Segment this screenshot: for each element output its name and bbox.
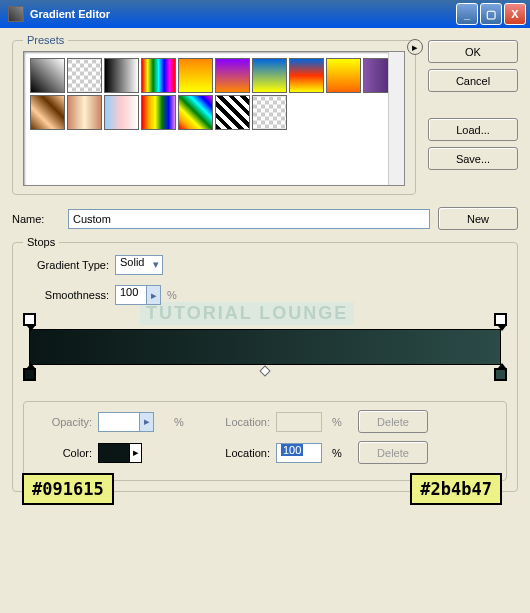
name-label: Name: bbox=[12, 213, 60, 225]
preset-swatch[interactable] bbox=[178, 95, 213, 130]
color-label: Color: bbox=[32, 447, 92, 459]
preset-swatch[interactable] bbox=[141, 95, 176, 130]
preset-swatch[interactable] bbox=[289, 58, 324, 93]
delete-color-stop-button: Delete bbox=[358, 441, 428, 464]
percent-label: % bbox=[332, 416, 352, 428]
preset-swatch[interactable] bbox=[30, 58, 65, 93]
location-label: Location: bbox=[200, 447, 270, 459]
presets-legend: Presets bbox=[23, 34, 68, 46]
location-label: Location: bbox=[200, 416, 270, 428]
stops-legend: Stops bbox=[23, 236, 59, 248]
smoothness-input[interactable]: 100 ▸ bbox=[115, 285, 161, 305]
save-button[interactable]: Save... bbox=[428, 147, 518, 170]
preset-swatch[interactable] bbox=[215, 95, 250, 130]
preset-swatch[interactable] bbox=[252, 95, 287, 130]
ok-button[interactable]: OK bbox=[428, 40, 518, 63]
opacity-stop-left[interactable] bbox=[23, 313, 36, 326]
percent-label: % bbox=[332, 447, 352, 459]
presets-grid bbox=[23, 51, 405, 186]
stops-section: Stops Opacity: ▸ % Location: % Delete Co… bbox=[23, 401, 507, 481]
preset-swatch[interactable] bbox=[178, 58, 213, 93]
preset-swatch[interactable] bbox=[326, 58, 361, 93]
opacity-input: ▸ bbox=[98, 412, 154, 432]
chevron-right-icon: ▸ bbox=[139, 413, 153, 431]
midpoint-icon[interactable] bbox=[259, 365, 270, 376]
chevron-right-icon[interactable]: ▸ bbox=[129, 444, 141, 462]
gradient-type-select[interactable]: Solid bbox=[115, 255, 163, 275]
presets-scrollbar[interactable] bbox=[388, 52, 404, 185]
gradient-bar[interactable] bbox=[29, 329, 501, 365]
preset-swatch[interactable] bbox=[215, 58, 250, 93]
annotation-left: #091615 bbox=[22, 473, 114, 505]
annotation-right: #2b4b47 bbox=[410, 473, 502, 505]
load-button[interactable]: Load... bbox=[428, 118, 518, 141]
titlebar: Gradient Editor _ ▢ X bbox=[0, 0, 530, 28]
color-stop-right[interactable] bbox=[494, 368, 507, 381]
color-stop-left[interactable] bbox=[23, 368, 36, 381]
delete-opacity-stop-button: Delete bbox=[358, 410, 428, 433]
smoothness-label: Smoothness: bbox=[23, 289, 109, 301]
color-swatch[interactable]: ▸ bbox=[98, 443, 142, 463]
preset-swatch[interactable] bbox=[67, 95, 102, 130]
percent-label: % bbox=[167, 289, 177, 301]
preset-swatch[interactable] bbox=[30, 95, 65, 130]
chevron-right-icon[interactable]: ▸ bbox=[146, 286, 160, 304]
presets-menu-icon[interactable]: ▸ bbox=[407, 39, 423, 55]
name-input[interactable] bbox=[68, 209, 430, 229]
opacity-stop-right[interactable] bbox=[494, 313, 507, 326]
opacity-location-input bbox=[276, 412, 322, 432]
preset-swatch[interactable] bbox=[252, 58, 287, 93]
preset-swatch[interactable] bbox=[104, 58, 139, 93]
preset-swatch[interactable] bbox=[67, 58, 102, 93]
new-button[interactable]: New bbox=[438, 207, 518, 230]
minimize-button[interactable]: _ bbox=[456, 3, 478, 25]
window-title: Gradient Editor bbox=[30, 8, 454, 20]
close-button[interactable]: X bbox=[504, 3, 526, 25]
preset-swatch[interactable] bbox=[141, 58, 176, 93]
color-location-input[interactable]: 100 bbox=[276, 443, 322, 463]
opacity-label: Opacity: bbox=[32, 416, 92, 428]
gradient-type-label: Gradient Type: bbox=[23, 259, 109, 271]
cancel-button[interactable]: Cancel bbox=[428, 69, 518, 92]
maximize-button[interactable]: ▢ bbox=[480, 3, 502, 25]
dialog-body: Presets ▸ bbox=[0, 28, 530, 613]
percent-label: % bbox=[174, 416, 194, 428]
app-icon bbox=[8, 6, 24, 22]
presets-fieldset: Presets ▸ bbox=[12, 40, 416, 195]
preset-swatch[interactable] bbox=[104, 95, 139, 130]
gradient-fieldset: Gradient Type: Solid Smoothness: 100 ▸ %… bbox=[12, 242, 518, 492]
